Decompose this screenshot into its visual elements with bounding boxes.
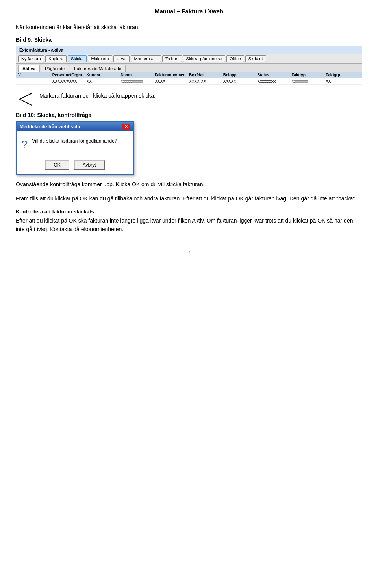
tab-fakturerade[interactable]: Fakturerade/Makulerade bbox=[70, 65, 126, 72]
toolbar-kopiera[interactable]: Kopiera bbox=[45, 55, 67, 62]
arrow-icon bbox=[16, 91, 35, 107]
dialog-titlebar: Meddelande från webbsida ✕ bbox=[17, 122, 133, 131]
page-number: 7 bbox=[16, 250, 362, 256]
col-belopp: Belopp bbox=[223, 73, 258, 77]
bild10-dialog-container: Meddelande från webbsida ✕ ? Vill du ski… bbox=[16, 121, 134, 175]
cell-fakturanummer: XXXX bbox=[155, 79, 189, 83]
table-row: XXXXX/XXXX XX Xxxxxxxxxxx XXXX XXXX-XX X… bbox=[16, 78, 362, 85]
tabs-row: Aktiva Pågående Fakturerade/Makulerade bbox=[16, 64, 362, 72]
kontrollera-heading: Kontrollera att fakturan skickats bbox=[16, 209, 362, 215]
tab-pagaende[interactable]: Pågående bbox=[41, 65, 69, 72]
bild10-label: Bild 10: Skicka, kontrollfråga bbox=[16, 112, 362, 118]
toolbar-ny-faktura[interactable]: Ny faktura bbox=[18, 55, 44, 62]
cell-personne: XXXXX/XXXX bbox=[52, 79, 87, 83]
bild10-caption: Ovanstående kontrollfråga kommer upp. Kl… bbox=[16, 180, 362, 189]
toolbar-urval[interactable]: Urval bbox=[113, 55, 130, 62]
cell-namn: Xxxxxxxxxxx bbox=[120, 79, 155, 83]
toolbar-office[interactable]: Office bbox=[226, 55, 244, 62]
toolbar-markera-alla[interactable]: Markera alla bbox=[131, 55, 161, 62]
intro-text: När konteringen är klar återstår att ski… bbox=[16, 24, 362, 30]
cell-faktgrp: XX bbox=[326, 79, 360, 83]
col-fakttyp: Fakttyp bbox=[291, 73, 326, 77]
col-status: Status bbox=[258, 73, 292, 77]
dialog-content: ? Vill du skicka fakturan för godkännand… bbox=[17, 131, 133, 157]
toolbar-skicka[interactable]: Skicka bbox=[68, 55, 87, 62]
cell-kundnr: XX bbox=[87, 79, 121, 83]
dialog-message-text: Vill du skicka fakturan för godkännande? bbox=[32, 137, 117, 145]
cell-belopp: XXXXX bbox=[223, 79, 258, 83]
col-faktgrp: Faktgrp bbox=[326, 73, 360, 77]
table-header: V Personne/Orgnr Kundnr Namn Fakturanumm… bbox=[16, 72, 362, 78]
dialog-ok-button[interactable]: OK bbox=[45, 160, 69, 170]
bild9-annotation: Markera fakturan och klicka på knappen s… bbox=[16, 91, 362, 107]
dialog-close-button[interactable]: ✕ bbox=[122, 124, 130, 130]
bild9-toolbar: Ny faktura Kopiera Skicka Makulera Urval… bbox=[16, 54, 362, 64]
cell-bokfdat: XXXX-XX bbox=[189, 79, 223, 83]
cell-status: Xxxxxxxxx bbox=[258, 79, 292, 83]
col-v: V bbox=[18, 73, 52, 77]
col-personne: Personne/Orgnr bbox=[52, 73, 87, 77]
bild9-label: Bild 9: Skicka bbox=[16, 37, 362, 43]
col-fakturanummer: Fakturanummer bbox=[155, 73, 189, 77]
cell-v bbox=[18, 79, 52, 83]
toolbar-skriv-ut[interactable]: Skriv ut bbox=[245, 55, 266, 62]
cell-fakttyp: Xxxxxxxx bbox=[291, 79, 326, 83]
tab-aktiva[interactable]: Aktiva bbox=[18, 65, 40, 72]
dialog-cancel-button[interactable]: Avbryt bbox=[74, 160, 105, 170]
bild9-caption: Markera fakturan och klicka på knappen s… bbox=[39, 91, 156, 100]
bild9-titlebar: Externfaktura - aktiva bbox=[16, 46, 362, 54]
toolbar-skicka-paminnelse[interactable]: Skicka påminnelse bbox=[183, 55, 226, 62]
dialog-question-icon: ? bbox=[21, 138, 28, 151]
dialog-box: Meddelande från webbsida ✕ ? Vill du ski… bbox=[16, 121, 134, 175]
col-bokfdat: Bokfdat bbox=[189, 73, 223, 77]
col-namn: Namn bbox=[120, 73, 155, 77]
dialog-buttons: OK Avbryt bbox=[17, 157, 133, 174]
bild9-screenshot: Externfaktura - aktiva Ny faktura Kopier… bbox=[16, 46, 362, 85]
dialog-title-text: Meddelande från webbsida bbox=[20, 124, 80, 130]
body-paragraph1: Fram tills att du klickar på OK kan du g… bbox=[16, 194, 362, 203]
body-paragraph2: Efter att du klickat på OK ska fakturan … bbox=[16, 216, 362, 234]
page-title: Manual – Faktura i Xweb bbox=[16, 8, 362, 15]
toolbar-makulera[interactable]: Makulera bbox=[88, 55, 112, 62]
col-kundnr: Kundnr bbox=[87, 73, 121, 77]
toolbar-ta-bort[interactable]: Ta bort bbox=[162, 55, 182, 62]
